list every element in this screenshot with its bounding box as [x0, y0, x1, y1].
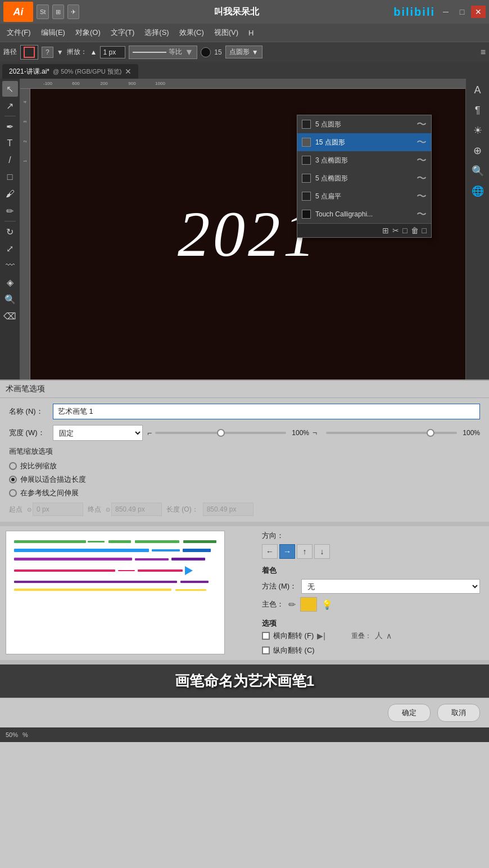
vertical-flip-checkbox[interactable]	[262, 647, 270, 654]
flip-icon: ▶|	[317, 631, 325, 640]
eraser-tool[interactable]: ⌫	[2, 308, 18, 324]
brush-label-2: 3 点椭圆形	[315, 156, 412, 165]
right-btn-5[interactable]: 🔍	[469, 162, 487, 180]
width-slider[interactable]	[155, 432, 286, 434]
px-input[interactable]: 1 px	[100, 46, 125, 58]
brush-item-3[interactable]: 5 点椭圆形 〜	[297, 169, 431, 187]
line-style-label: 等比	[169, 47, 182, 57]
name-input[interactable]	[53, 404, 480, 419]
st-icon-btn[interactable]: St	[37, 4, 49, 19]
radio-item-1[interactable]: 伸展以适合描边长度	[9, 474, 480, 485]
ok-button[interactable]: 确定	[388, 704, 431, 722]
question-btn[interactable]: ?	[42, 47, 53, 58]
tab-close-btn[interactable]: ✕	[125, 67, 132, 76]
brush-label-4: 5 点扁平	[315, 192, 412, 201]
overlap-icon-2[interactable]: ∧	[386, 631, 392, 640]
brush-item-2[interactable]: 3 点椭圆形 〜	[297, 151, 431, 169]
direction-buttons: ← → ↑ ↓	[262, 544, 480, 559]
rect-tool[interactable]: □	[2, 169, 18, 185]
method-label: 方法 (M)：	[262, 581, 297, 591]
brush-tb-icon-2[interactable]: ✂	[392, 226, 399, 235]
brush-select[interactable]: 点圆形 ▼	[225, 46, 262, 58]
dir-left-btn[interactable]: ←	[262, 544, 278, 559]
preview-line-6	[14, 589, 216, 591]
tool-separator-1	[4, 116, 16, 116]
line-tool[interactable]: /	[2, 152, 18, 168]
toolbar-menu-icon[interactable]: ≡	[481, 47, 486, 57]
dialog-section: 术画笔选项 名称 (N)： 宽度 (W)： 固定 ⌐ 100% ¬	[0, 379, 489, 742]
eyedropper-icon[interactable]: ✏	[288, 599, 296, 610]
color-swatch[interactable]	[300, 597, 317, 612]
rotate-tool[interactable]: ↻	[2, 224, 18, 239]
overlap-icon-1[interactable]: 人	[375, 631, 383, 641]
brush-item-4[interactable]: 5 点扁平 〜	[297, 187, 431, 205]
brush-tb-icon-5[interactable]: □	[422, 226, 427, 235]
radio-label-2: 在参考线之间伸展	[20, 488, 79, 498]
menu-help[interactable]: H	[244, 27, 258, 39]
width-slider-2[interactable]	[326, 432, 457, 434]
right-btn-3[interactable]: ☀	[469, 121, 487, 139]
brush-dropdown: 5 点圆形 〜 15 点圆形 〜 3 点椭圆形 〜 5 点椭圆形 〜 5 点扁平	[297, 115, 432, 238]
brush-swatch-0	[302, 120, 311, 129]
menu-view[interactable]: 视图(V)	[210, 26, 243, 39]
fill-swatch[interactable]	[201, 47, 211, 57]
warp-tool[interactable]: 〰	[2, 257, 18, 273]
tab-name: 2021-讲课.ai*	[9, 67, 49, 76]
right-btn-2[interactable]: ¶	[469, 101, 487, 119]
dir-right-btn[interactable]: →	[279, 544, 295, 559]
brush-tb-icon-3[interactable]: □	[402, 226, 407, 235]
direct-select-tool[interactable]: ↗	[2, 98, 18, 114]
brush-item-1[interactable]: 15 点圆形 〜	[297, 133, 431, 151]
active-tab[interactable]: 2021-讲课.ai* @ 50% (RGB/GPU 预览) ✕	[2, 64, 138, 79]
type-tool[interactable]: T	[2, 135, 18, 151]
width-select[interactable]: 固定	[53, 425, 143, 441]
brush-tb-icon-1[interactable]: ⊞	[382, 226, 389, 235]
right-btn-4[interactable]: ⊕	[469, 142, 487, 160]
path-label: 路径	[3, 47, 17, 57]
expand-btn[interactable]: ▼	[57, 48, 64, 56]
radio-item-2[interactable]: 在参考线之间伸展	[9, 488, 480, 498]
method-select[interactable]: 无	[301, 579, 480, 594]
ruler-mark: 900	[118, 81, 146, 86]
brush-item-5[interactable]: Touch Calligraphi... 〜	[297, 205, 431, 223]
close-button[interactable]: ✕	[471, 6, 486, 18]
maximize-button[interactable]: □	[455, 6, 469, 18]
menu-edit[interactable]: 编辑(E)	[37, 26, 70, 39]
preview-line-2	[14, 549, 216, 552]
right-btn-1[interactable]: A	[469, 81, 487, 99]
paint-brush-tool[interactable]: 🖌	[2, 186, 18, 202]
stroke-swatch[interactable]	[20, 45, 38, 60]
menu-effect[interactable]: 效果(C)	[175, 26, 209, 39]
gradient-tool[interactable]: ◈	[2, 274, 18, 290]
slider-thumb-2[interactable]	[427, 429, 434, 437]
slider-thumb[interactable]	[217, 429, 225, 437]
arrow-icon-btn[interactable]: ✈	[67, 4, 79, 19]
pen-tool[interactable]: ✒	[2, 119, 18, 134]
select-tool[interactable]: ↖	[2, 81, 18, 97]
overlap-label: 重叠：	[351, 631, 372, 641]
minimize-button[interactable]: ─	[438, 6, 453, 18]
dir-up-btn[interactable]: ↑	[297, 544, 313, 559]
menu-file[interactable]: 文件(F)	[2, 26, 35, 39]
width-percent-2: 100%	[460, 429, 480, 437]
brush-label-5: Touch Calligraphi...	[315, 210, 412, 218]
brush-tb-icon-4[interactable]: 🗑	[411, 226, 419, 235]
scale-tool[interactable]: ⤢	[2, 241, 18, 256]
menu-select[interactable]: 选择(S)	[140, 26, 173, 39]
preview-line-4	[14, 566, 216, 575]
radio-item-0[interactable]: 按比例缩放	[9, 461, 480, 471]
right-btn-6[interactable]: 🌐	[469, 182, 487, 200]
pencil-tool[interactable]: ✏	[2, 203, 18, 219]
menu-text[interactable]: 文字(T)	[106, 26, 139, 39]
grid-icon-btn[interactable]: ⊞	[52, 4, 64, 19]
cancel-button[interactable]: 取消	[437, 704, 480, 722]
width-slider-container: ⌐ 100% ¬ 100%	[147, 428, 480, 437]
eyedropper-tool[interactable]: 🔍	[2, 291, 18, 307]
bottom-info: %	[22, 731, 28, 738]
line-style-select[interactable]: 等比 ▼	[129, 46, 197, 59]
expand-label: 搟放：	[67, 47, 87, 57]
brush-item-0[interactable]: 5 点圆形 〜	[297, 115, 431, 133]
flip-checkbox[interactable]	[262, 632, 270, 640]
menu-object[interactable]: 对象(O)	[71, 26, 105, 39]
dir-down-btn[interactable]: ↓	[314, 544, 330, 559]
